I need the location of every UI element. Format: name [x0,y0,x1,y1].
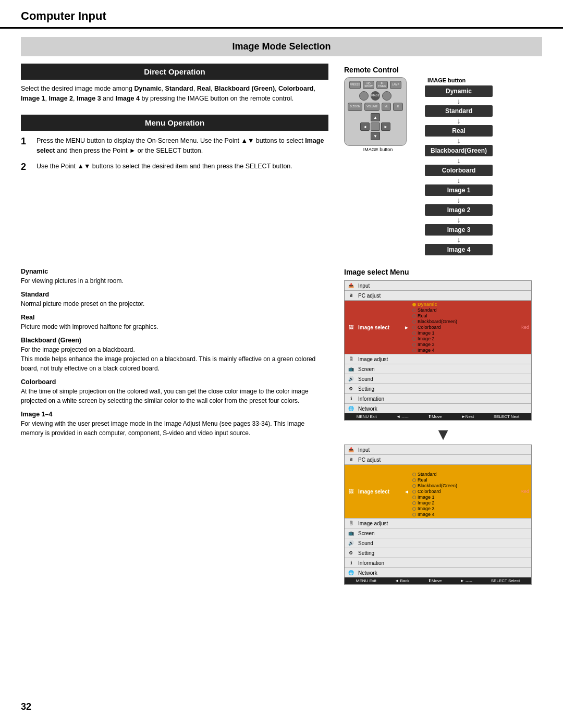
menu2-radio-image2 [412,501,416,505]
desc-standard-text: Normal picture mode preset on the projec… [21,299,328,309]
footer-move: ⬆Move [428,414,442,419]
menu2-item-input: Input [358,447,400,453]
menu2-item-setting: Setting [358,550,400,556]
chain-box-image2: Image 2 [425,204,493,216]
image-btn: IMAGE [371,91,380,101]
radio-real [412,314,416,318]
footer2-move: ⬆Move [428,578,442,583]
desc-dynamic-title: Dynamic [21,268,328,275]
menu-row-network: 🌐 Network [345,404,531,413]
menu-item-information: Information [358,396,400,402]
desc-blackboard-title: Blackboard (Green) [21,337,328,344]
remote-control-label: Remote Control [344,66,542,74]
menu-row-input: 📥 Input [345,281,531,290]
step-1-text: Press the MENU button to display the On-… [36,136,328,156]
lower-left: Dynamic For viewing pictures in a bright… [21,268,328,590]
menu2-opt-dynamic: Dynamic [412,466,517,471]
opt-colorboard: Colorboard [412,325,517,330]
image-chain: Dynamic ↓ Standard ↓ Real ↓ [422,85,495,255]
main-content: Image Mode Selection Direct Operation Se… [0,37,563,590]
chain-box-colorboard: Colorboard [425,165,493,176]
menu-footer-1: MENU Exit ◄ ----- ⬆Move ►Next SELECT Nex… [345,413,531,420]
menu-row-information: ℹ Information [345,394,531,403]
chain-arrow-2: ↓ [457,117,461,125]
opt-blackboard: Blackboard(Green) [412,319,517,324]
menu2-opt-blackboard: Blackboard(Green) [412,483,517,488]
step-1: 1 Press the MENU button to display the O… [21,136,328,156]
menu2-opt-image4: Image 4 [412,512,517,517]
chain-arrow-4: ↓ [457,157,461,164]
remote-row-1: FREEZE NO SHOW P-TIMER LAMP [348,81,403,89]
footer-next: ►Next [461,414,474,419]
remote-row-2: IMAGE [348,91,403,101]
menu2-pcadjust-icon: 🖥 [347,456,355,463]
menu2-item-information: Information [358,560,400,566]
menu-op-title: Menu Operation [21,115,328,131]
arr-left: ◄ [360,122,370,131]
chain-box-image3: Image 3 [425,224,493,236]
radio-image2 [412,337,416,341]
chain-box-real: Real [425,125,493,137]
red-label-2: Red [520,489,529,494]
chain-box-image1: Image 1 [425,184,493,196]
image-button-label-below: IMAGE button [344,147,412,152]
arr-down: ▼ [371,132,380,140]
menu2-options: Dynamic Standard Real Blackboard(Green) … [412,466,517,517]
chain-blackboard: Blackboard(Green) ↓ [422,145,495,165]
menu2-input-icon: 📥 [347,446,355,453]
steps: 1 Press the MENU button to display the O… [21,136,328,172]
lamp-btn: LAMP [390,81,401,89]
desc-blackboard-text: For the image projected on a blackboard.… [21,345,328,373]
remote-section: Remote Control FREEZE NO SHOW P-TIMER LA… [344,66,542,255]
chain-arrow-3: ↓ [457,137,461,144]
menu2-radio-colorboard [412,490,416,493]
chain-dynamic: Dynamic ↓ [422,85,495,105]
screen-icon: 📺 [347,365,355,373]
opt-image4: Image 4 [412,348,517,353]
volume-btn: VOLUME [364,103,379,111]
radio-colorboard [412,326,416,329]
menu2-screen-icon: 📺 [347,529,355,537]
page-number: 32 [21,701,31,712]
desc-image14-title: Image 1–4 [21,411,328,418]
chain-arrow-5: ↓ [457,177,461,184]
footer-back: ◄ ----- [396,414,408,419]
chain-image1: Image 1 ↓ [422,184,495,204]
direct-op-title: Direct Operation [21,64,328,80]
page-title: Computer Input [21,9,542,23]
remote-row-3: D.ZOOM VOLUME ML E [348,103,403,111]
menu-item-setting: Setting [358,386,400,392]
chain-box-image4: Image 4 [425,244,493,255]
footer2-back: ◄ Back [395,578,409,583]
sound-icon: 🔊 [347,375,355,382]
opt-standard: Standard [412,307,517,313]
menu2-radio-blackboard [412,484,416,488]
step-num-2: 2 [21,162,31,173]
lower-right: Image select Menu 📥 Input 🖥 PC adjust 🖼 [344,268,542,590]
information-icon: ℹ [347,395,355,402]
dzoom-btn: D.ZOOM [348,103,362,111]
opt-dynamic: Dynamic [412,302,517,307]
menu2-row-network: 🌐 Network [345,568,531,577]
menu2-opt-image3: Image 3 [412,506,517,511]
chain-arrow-6: ↓ [457,196,461,204]
menu2-item-sound: Sound [358,540,400,546]
menu2-imageselect-icon: 🖼 [347,488,355,495]
desc-real-text: Picture mode with improved halftone for … [21,322,328,331]
menu-item-pcadjust: PC adjust [358,293,400,299]
top-two-col: Direct Operation Select the desired imag… [21,64,542,255]
menu2-network-icon: 🌐 [347,569,355,576]
footer2-select: SELECT Select [491,578,520,583]
menu2-row-setting: ⚙ Setting [345,548,531,558]
menu-item-imageselect: Image select [358,325,400,330]
menu-footer-2: MENU Exit ◄ Back ⬆Move ► ----- SELECT Se… [345,577,531,584]
desc-real: Real Picture mode with improved halftone… [21,314,328,331]
ml-btn: ML [382,103,391,111]
btn-r2-3 [382,91,391,101]
radio-image4 [412,349,416,352]
desc-colorboard-text: At the time of simple projection on the … [21,387,328,405]
chain-box-standard: Standard [425,105,493,117]
menu-item-sound: Sound [358,376,400,382]
menu-options-1: Dynamic Standard Real Blackboard(Green) … [412,302,517,353]
menu2-row-sound: 🔊 Sound [345,538,531,548]
